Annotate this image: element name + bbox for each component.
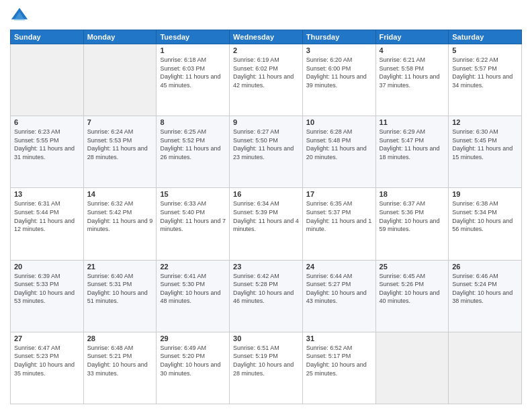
week-row-5: 27Sunrise: 6:47 AMSunset: 5:23 PMDayligh… [11, 332, 522, 404]
day-info: Sunrise: 6:40 AMSunset: 5:31 PMDaylight:… [87, 272, 153, 306]
day-info: Sunrise: 6:24 AMSunset: 5:53 PMDaylight:… [87, 128, 153, 161]
calendar-cell: 8Sunrise: 6:25 AMSunset: 5:52 PMDaylight… [157, 116, 230, 188]
day-info: Sunrise: 6:48 AMSunset: 5:21 PMDaylight:… [87, 344, 153, 377]
day-info: Sunrise: 6:20 AMSunset: 6:00 PMDaylight:… [306, 56, 372, 89]
day-number: 4 [380, 46, 445, 54]
calendar-cell: 28Sunrise: 6:48 AMSunset: 5:21 PMDayligh… [83, 332, 157, 404]
day-info: Sunrise: 6:28 AMSunset: 5:48 PMDaylight:… [306, 128, 372, 161]
calendar-cell: 30Sunrise: 6:51 AMSunset: 5:19 PMDayligh… [230, 332, 303, 404]
day-info: Sunrise: 6:37 AMSunset: 5:36 PMDaylight:… [380, 199, 445, 233]
calendar-cell: 18Sunrise: 6:37 AMSunset: 5:36 PMDayligh… [375, 188, 449, 260]
day-number: 1 [160, 46, 226, 54]
day-info: Sunrise: 6:46 AMSunset: 5:24 PMDaylight:… [452, 272, 518, 306]
day-number: 19 [452, 190, 518, 198]
calendar-cell: 17Sunrise: 6:35 AMSunset: 5:37 PMDayligh… [302, 188, 375, 260]
calendar-cell: 13Sunrise: 6:31 AMSunset: 5:44 PMDayligh… [11, 188, 84, 260]
day-number: 2 [233, 46, 299, 54]
calendar-cell: 5Sunrise: 6:22 AMSunset: 5:57 PMDaylight… [449, 44, 522, 116]
day-number: 22 [160, 263, 226, 271]
day-info: Sunrise: 6:18 AMSunset: 6:03 PMDaylight:… [160, 56, 226, 89]
day-info: Sunrise: 6:38 AMSunset: 5:34 PMDaylight:… [452, 199, 518, 233]
weekday-header-monday: Monday [83, 30, 157, 44]
calendar-cell: 2Sunrise: 6:19 AMSunset: 6:02 PMDaylight… [230, 44, 303, 116]
day-number: 18 [380, 190, 445, 198]
week-row-2: 6Sunrise: 6:23 AMSunset: 5:55 PMDaylight… [11, 116, 522, 188]
day-info: Sunrise: 6:42 AMSunset: 5:28 PMDaylight:… [233, 272, 299, 306]
day-info: Sunrise: 6:23 AMSunset: 5:55 PMDaylight:… [14, 128, 80, 161]
calendar-cell: 12Sunrise: 6:30 AMSunset: 5:45 PMDayligh… [449, 116, 522, 188]
header [10, 7, 522, 26]
calendar-cell: 1Sunrise: 6:18 AMSunset: 6:03 PMDaylight… [157, 44, 230, 116]
day-number: 17 [306, 190, 372, 198]
day-number: 8 [160, 118, 226, 126]
day-info: Sunrise: 6:29 AMSunset: 5:47 PMDaylight:… [380, 128, 445, 161]
weekday-header-row: SundayMondayTuesdayWednesdayThursdayFrid… [11, 30, 522, 44]
calendar-cell: 7Sunrise: 6:24 AMSunset: 5:53 PMDaylight… [83, 116, 157, 188]
day-info: Sunrise: 6:33 AMSunset: 5:40 PMDaylight:… [160, 199, 226, 233]
day-number: 11 [380, 118, 445, 126]
calendar-cell: 16Sunrise: 6:34 AMSunset: 5:39 PMDayligh… [230, 188, 303, 260]
weekday-header-thursday: Thursday [302, 30, 375, 44]
day-info: Sunrise: 6:22 AMSunset: 5:57 PMDaylight:… [452, 56, 518, 89]
day-number: 30 [233, 334, 299, 342]
calendar-cell [83, 44, 157, 116]
day-info: Sunrise: 6:31 AMSunset: 5:44 PMDaylight:… [14, 199, 80, 233]
logo [10, 7, 32, 26]
day-info: Sunrise: 6:32 AMSunset: 5:42 PMDaylight:… [87, 199, 153, 233]
day-number: 16 [233, 190, 299, 198]
calendar-cell [375, 332, 449, 404]
day-number: 31 [306, 334, 372, 342]
calendar-cell: 6Sunrise: 6:23 AMSunset: 5:55 PMDaylight… [11, 116, 84, 188]
day-info: Sunrise: 6:39 AMSunset: 5:33 PMDaylight:… [14, 272, 80, 306]
logo-icon [10, 7, 29, 26]
calendar-cell: 15Sunrise: 6:33 AMSunset: 5:40 PMDayligh… [157, 188, 230, 260]
calendar-cell: 23Sunrise: 6:42 AMSunset: 5:28 PMDayligh… [230, 260, 303, 332]
weekday-header-wednesday: Wednesday [230, 30, 303, 44]
calendar-cell: 4Sunrise: 6:21 AMSunset: 5:58 PMDaylight… [375, 44, 449, 116]
day-number: 13 [14, 190, 80, 198]
calendar-cell: 10Sunrise: 6:28 AMSunset: 5:48 PMDayligh… [302, 116, 375, 188]
day-info: Sunrise: 6:49 AMSunset: 5:20 PMDaylight:… [160, 344, 226, 377]
day-number: 14 [87, 190, 153, 198]
day-number: 12 [452, 118, 518, 126]
day-number: 26 [452, 263, 518, 271]
calendar-cell [11, 44, 84, 116]
day-info: Sunrise: 6:34 AMSunset: 5:39 PMDaylight:… [233, 199, 299, 233]
calendar-cell: 24Sunrise: 6:44 AMSunset: 5:27 PMDayligh… [302, 260, 375, 332]
day-info: Sunrise: 6:44 AMSunset: 5:27 PMDaylight:… [306, 272, 372, 306]
day-number: 25 [380, 263, 445, 271]
day-number: 10 [306, 118, 372, 126]
day-number: 5 [452, 46, 518, 54]
day-number: 21 [87, 263, 153, 271]
day-number: 23 [233, 263, 299, 271]
day-info: Sunrise: 6:45 AMSunset: 5:26 PMDaylight:… [380, 272, 445, 306]
page: SundayMondayTuesdayWednesdayThursdayFrid… [0, 0, 532, 411]
day-number: 6 [14, 118, 80, 126]
calendar-cell: 11Sunrise: 6:29 AMSunset: 5:47 PMDayligh… [375, 116, 449, 188]
calendar-cell [449, 332, 522, 404]
calendar-cell: 22Sunrise: 6:41 AMSunset: 5:30 PMDayligh… [157, 260, 230, 332]
calendar-cell: 21Sunrise: 6:40 AMSunset: 5:31 PMDayligh… [83, 260, 157, 332]
day-number: 29 [160, 334, 226, 342]
day-info: Sunrise: 6:41 AMSunset: 5:30 PMDaylight:… [160, 272, 226, 306]
calendar-cell: 14Sunrise: 6:32 AMSunset: 5:42 PMDayligh… [83, 188, 157, 260]
calendar: SundayMondayTuesdayWednesdayThursdayFrid… [10, 30, 522, 404]
day-info: Sunrise: 6:19 AMSunset: 6:02 PMDaylight:… [233, 56, 299, 89]
week-row-3: 13Sunrise: 6:31 AMSunset: 5:44 PMDayligh… [11, 188, 522, 260]
day-number: 27 [14, 334, 80, 342]
day-number: 15 [160, 190, 226, 198]
day-info: Sunrise: 6:21 AMSunset: 5:58 PMDaylight:… [380, 56, 445, 89]
day-info: Sunrise: 6:52 AMSunset: 5:17 PMDaylight:… [306, 344, 372, 377]
weekday-header-tuesday: Tuesday [157, 30, 230, 44]
day-info: Sunrise: 6:35 AMSunset: 5:37 PMDaylight:… [306, 199, 372, 233]
week-row-1: 1Sunrise: 6:18 AMSunset: 6:03 PMDaylight… [11, 44, 522, 116]
weekday-header-sunday: Sunday [11, 30, 84, 44]
day-number: 24 [306, 263, 372, 271]
calendar-cell: 27Sunrise: 6:47 AMSunset: 5:23 PMDayligh… [11, 332, 84, 404]
week-row-4: 20Sunrise: 6:39 AMSunset: 5:33 PMDayligh… [11, 260, 522, 332]
weekday-header-saturday: Saturday [449, 30, 522, 44]
day-number: 3 [306, 46, 372, 54]
day-info: Sunrise: 6:47 AMSunset: 5:23 PMDaylight:… [14, 344, 80, 377]
calendar-cell: 29Sunrise: 6:49 AMSunset: 5:20 PMDayligh… [157, 332, 230, 404]
day-number: 9 [233, 118, 299, 126]
